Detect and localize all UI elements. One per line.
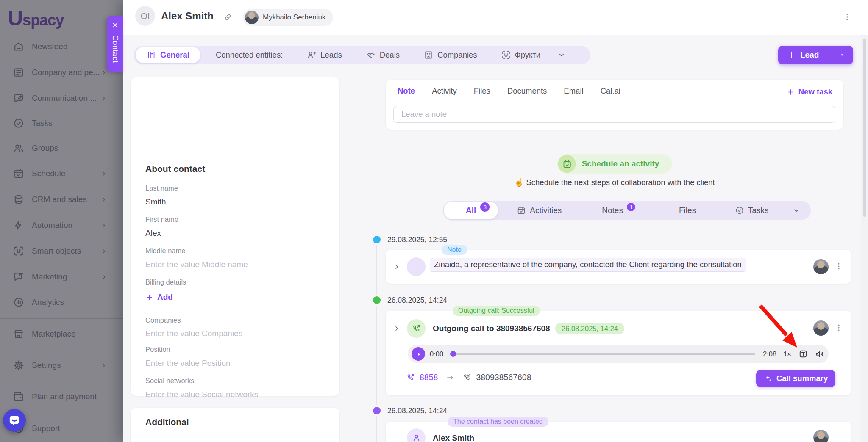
link-icon[interactable] — [223, 12, 233, 22]
filter-notes[interactable]: Notes 1 — [589, 206, 635, 215]
tab-cal-ai[interactable]: Cal.ai — [601, 86, 620, 96]
field-value-first-name[interactable]: Alex — [145, 229, 161, 238]
filter-all[interactable]: All 3 — [444, 202, 498, 219]
sidebar-item-marketing[interactable]: Marketing — [0, 264, 123, 290]
sidebar-item-label: Plan and payment — [32, 392, 97, 401]
support-chat-launcher[interactable] — [3, 409, 26, 432]
volume-icon[interactable] — [814, 349, 825, 359]
filter-tasks[interactable]: Tasks — [735, 206, 769, 215]
sidebar-item-schedule[interactable]: Schedule — [0, 161, 123, 186]
new-task-button[interactable]: New task — [787, 87, 832, 97]
tab-files[interactable]: Files — [474, 86, 490, 96]
timeline-dot-call — [373, 296, 381, 304]
wallet-icon — [13, 391, 25, 403]
field-placeholder-social-networks[interactable]: Enter the value Social networks — [145, 390, 258, 399]
sidebar-item-tasks[interactable]: Tasks — [0, 110, 123, 136]
check-circle-icon — [735, 206, 744, 215]
sidebar-item-company[interactable]: Company and pe... — [0, 60, 123, 85]
sidebar-item-communication[interactable]: Communication ... — [0, 86, 123, 111]
tab-companies[interactable]: Companies — [423, 50, 477, 60]
scrollbar-thumb[interactable] — [863, 39, 866, 217]
tab-deals[interactable]: Deals — [366, 50, 400, 60]
sidebar-item-crm[interactable]: CRM and sales — [0, 187, 123, 212]
sidebar-item-settings[interactable]: Settings — [0, 353, 123, 378]
plus-icon — [787, 51, 796, 59]
schedule-hint-emoji: ☝️ — [514, 178, 524, 187]
sidebar-item-plan-payment[interactable]: Plan and payment — [0, 384, 123, 409]
tab-label: Deals — [380, 50, 400, 60]
schedule-activity-button[interactable]: Schedule an activity — [557, 154, 672, 174]
calendar-icon — [517, 206, 526, 215]
filter-count-badge: 3 — [480, 202, 490, 212]
chevron-right-icon[interactable] — [392, 262, 401, 271]
sidebar-item-groups[interactable]: Groups — [0, 135, 123, 161]
tab-email[interactable]: Email — [564, 86, 583, 96]
sidebar-item-smart-objects[interactable]: Smart objects — [0, 238, 123, 264]
field-label-middle-name: Middle name — [145, 247, 185, 255]
entity-tab-bar: General Connected entities: Leads Deals … — [134, 46, 590, 64]
filter-files[interactable]: Files — [666, 206, 696, 215]
phone-incoming-icon — [462, 373, 471, 382]
call-badge: Outgoing call: Successful — [453, 306, 540, 316]
field-placeholder-companies[interactable]: Enter the value Companies — [145, 329, 242, 338]
kebab-icon[interactable] — [834, 262, 843, 271]
note-input[interactable] — [393, 106, 835, 123]
call-from-number[interactable]: 8858 — [420, 373, 438, 382]
add-lead-button[interactable]: Lead — [778, 46, 853, 64]
chevron-right-icon — [101, 274, 107, 280]
transcript-icon[interactable] — [798, 349, 808, 359]
plus-icon — [145, 293, 153, 301]
responsible-user-chip[interactable]: Mykhailo Serbeniuk — [243, 9, 333, 26]
sidebar-item-marketplace[interactable]: Marketplace — [0, 321, 123, 347]
tab-frukty[interactable]: Фрукти — [501, 50, 541, 60]
sidebar: Uspacy Newsfeed Company and pe... Commun… — [0, 0, 123, 442]
sidebar-item-automation[interactable]: Automation — [0, 213, 123, 238]
tab-leads[interactable]: Leads — [306, 50, 342, 60]
tab-documents[interactable]: Documents — [507, 86, 547, 96]
play-button[interactable] — [412, 347, 425, 361]
tab-label: General — [160, 50, 189, 60]
chevron-right-icon — [101, 171, 107, 177]
field-placeholder-middle-name[interactable]: Enter the value Middle name — [145, 260, 248, 269]
call-date-chip: 26.08.2025, 14:24 — [555, 323, 624, 334]
uspacy-logo[interactable]: Uspacy — [8, 6, 64, 30]
about-contact-card: About contact Last name Smith First name… — [131, 77, 339, 396]
call-summary-button[interactable]: Call summary — [756, 370, 835, 387]
sidebar-item-newsfeed[interactable]: Newsfeed — [0, 34, 123, 59]
calendar-icon — [558, 155, 576, 173]
field-label-last-name: Last name — [145, 184, 178, 192]
phone-outgoing-icon — [406, 373, 415, 382]
crm-icon — [13, 193, 25, 205]
building-icon — [423, 50, 434, 60]
player-progress-thumb[interactable] — [450, 351, 456, 357]
drawer-tab-contact[interactable]: Contact — [107, 16, 123, 72]
created-contact-name[interactable]: Alex Smith — [433, 434, 474, 442]
chevron-right-icon — [101, 95, 107, 102]
note-composer-card: Note Activity Files Documents Email Cal.… — [386, 80, 843, 130]
add-billing-details-button[interactable]: Add — [145, 293, 173, 302]
field-label-social-networks: Social networks — [145, 377, 195, 385]
player-progress-bar[interactable] — [450, 353, 755, 355]
filter-activities[interactable]: Activities — [517, 206, 562, 215]
sidebar-item-analytics[interactable]: Analytics — [0, 290, 123, 315]
chevron-down-icon[interactable] — [792, 206, 801, 215]
field-value-last-name[interactable]: Smith — [145, 197, 166, 207]
arrow-right-icon — [446, 373, 454, 382]
tab-note[interactable]: Note — [398, 86, 415, 96]
timeline-filter-bar: All 3 Activities Notes 1 Files Tasks — [443, 201, 811, 220]
tab-activity[interactable]: Activity — [432, 86, 457, 96]
field-placeholder-position[interactable]: Enter the value Position — [145, 359, 231, 368]
kebab-icon[interactable] — [834, 323, 843, 332]
chevron-down-icon[interactable] — [557, 51, 566, 59]
note-text[interactable]: Zinaida, a representative of the company… — [430, 260, 746, 269]
kebab-icon[interactable] — [842, 12, 852, 22]
author-avatar — [813, 320, 829, 336]
caret-down-icon[interactable] — [839, 52, 846, 58]
timeline-card-note[interactable]: Zinaida, a representative of the company… — [386, 250, 851, 284]
contact-header: OI Alex Smith Mykhailo Serbeniuk — [123, 0, 868, 35]
chevron-right-icon[interactable] — [392, 324, 401, 333]
close-icon[interactable] — [111, 22, 119, 29]
tab-general[interactable]: General — [136, 47, 200, 63]
player-rate[interactable]: 1× — [783, 350, 791, 358]
list-icon — [452, 206, 462, 215]
